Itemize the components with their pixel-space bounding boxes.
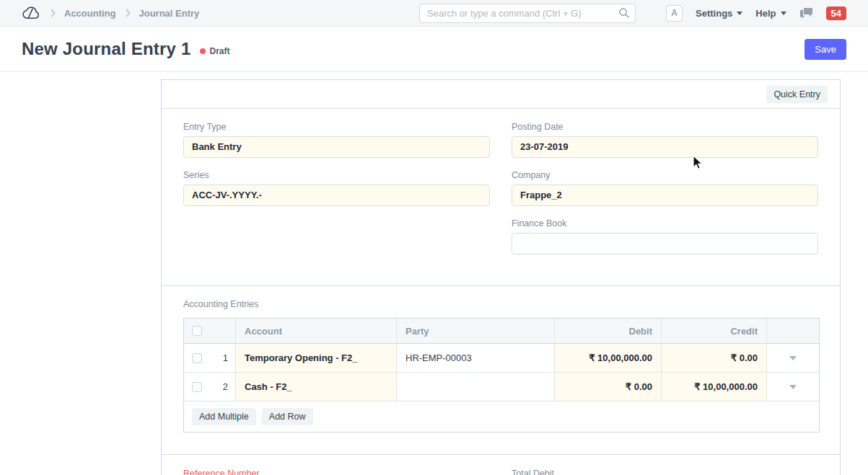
reference-number-label: Reference Number xyxy=(183,469,490,475)
column-header-debit[interactable]: Debit xyxy=(555,319,662,343)
posting-date-input[interactable]: 23-07-2019 xyxy=(512,136,818,158)
series-input[interactable]: ACC-JV-.YYYY.- xyxy=(183,185,490,206)
entry-type-label: Entry Type xyxy=(183,122,490,132)
entry-type-input[interactable]: Bank Entry xyxy=(183,136,490,158)
accounting-entries-section: Accounting Entries Account Party Debit C… xyxy=(162,286,840,455)
breadcrumb-accounting[interactable]: Accounting xyxy=(64,8,116,19)
draft-indicator-dot-icon xyxy=(200,48,206,54)
series-label: Series xyxy=(183,170,490,180)
account-cell[interactable]: Temporary Opening - F2_ xyxy=(236,344,397,372)
save-button[interactable]: Save xyxy=(805,39,846,60)
add-row-button[interactable]: Add Row xyxy=(262,408,313,425)
debit-cell[interactable]: ₹ 10,00,000.00 xyxy=(555,344,662,372)
search-icon[interactable] xyxy=(618,7,630,22)
column-header-credit[interactable]: Credit xyxy=(662,319,767,343)
table-row: 2 Cash - F2_ ₹ 0.00 ₹ 10,00,000.00 xyxy=(184,373,819,401)
help-label: Help xyxy=(755,8,776,19)
chat-icon[interactable] xyxy=(799,7,813,19)
help-menu[interactable]: Help xyxy=(755,8,786,19)
status-badge: Draft xyxy=(200,46,230,56)
posting-date-label: Posting Date xyxy=(512,122,818,132)
accounting-entries-table: Account Party Debit Credit 1 Temporary O… xyxy=(183,318,820,432)
accounting-entries-label: Accounting Entries xyxy=(183,299,818,309)
form-fields-section: Entry Type Bank Entry Posting Date 23-07… xyxy=(162,109,840,286)
main-area: Quick Entry Entry Type Bank Entry Postin… xyxy=(0,72,868,475)
row-checkbox[interactable] xyxy=(192,382,202,392)
row-actions-cell xyxy=(767,373,819,401)
settings-label: Settings xyxy=(696,8,732,19)
finance-book-field: Finance Book xyxy=(512,218,818,254)
column-header-party[interactable]: Party xyxy=(397,319,555,343)
finance-book-label: Finance Book xyxy=(512,218,818,228)
row-index[interactable]: 2 xyxy=(223,381,228,392)
credit-cell[interactable]: ₹ 10,00,000.00 xyxy=(662,373,767,401)
quick-entry-button[interactable]: Quick Entry xyxy=(766,86,828,103)
finance-book-input[interactable] xyxy=(512,233,818,254)
table-header-row: Account Party Debit Credit xyxy=(184,319,819,344)
frappe-cloud-logo-icon[interactable] xyxy=(22,6,41,20)
column-header-actions xyxy=(767,319,819,343)
debit-cell[interactable]: ₹ 0.00 xyxy=(555,373,662,401)
table-row: 1 Temporary Opening - F2_ HR-EMP-00003 ₹… xyxy=(184,344,819,373)
row-actions-cell xyxy=(767,344,819,372)
chevron-down-icon xyxy=(781,12,786,15)
credit-cell[interactable]: ₹ 0.00 xyxy=(662,344,767,372)
total-debit-label: Total Debit xyxy=(512,469,818,475)
navbar: Accounting Journal Entry A Settings Help xyxy=(0,0,868,27)
status-label: Draft xyxy=(210,46,230,56)
chevron-right-icon xyxy=(50,9,56,17)
search-input[interactable] xyxy=(419,4,636,23)
breadcrumb-journal-entry[interactable]: Journal Entry xyxy=(139,8,200,19)
chevron-down-icon xyxy=(737,12,742,15)
company-input[interactable]: Frappe_2 xyxy=(512,185,818,206)
avatar[interactable]: A xyxy=(666,5,683,22)
row-select-cell: 2 xyxy=(184,373,236,401)
row-dropdown-icon[interactable] xyxy=(789,356,797,360)
chevron-right-icon xyxy=(125,9,131,17)
row-checkbox[interactable] xyxy=(192,353,202,363)
header-select-cell xyxy=(184,319,236,343)
row-select-cell: 1 xyxy=(184,344,236,372)
company-label: Company xyxy=(512,170,818,180)
account-cell[interactable]: Cash - F2_ xyxy=(236,373,397,401)
party-cell[interactable]: HR-EMP-00003 xyxy=(397,344,555,372)
select-all-checkbox[interactable] xyxy=(192,326,202,336)
column-header-account[interactable]: Account xyxy=(236,319,397,343)
page-title: New Journal Entry 1 xyxy=(22,39,191,59)
journal-entry-form-card: Quick Entry Entry Type Bank Entry Postin… xyxy=(161,79,841,475)
party-cell[interactable] xyxy=(397,373,555,401)
row-index[interactable]: 1 xyxy=(223,352,228,363)
notification-count-badge[interactable]: 54 xyxy=(826,6,846,20)
row-dropdown-icon[interactable] xyxy=(789,385,797,389)
entry-type-field: Entry Type Bank Entry xyxy=(183,122,490,158)
company-field: Company Frappe_2 xyxy=(512,170,818,206)
breadcrumb: Accounting Journal Entry xyxy=(22,6,199,20)
add-multiple-button[interactable]: Add Multiple xyxy=(192,408,256,425)
page-header: New Journal Entry 1 Draft Save xyxy=(0,27,868,72)
posting-date-field: Posting Date 23-07-2019 xyxy=(512,122,818,158)
series-field: Series ACC-JV-.YYYY.- xyxy=(183,170,490,206)
table-footer: Add Multiple Add Row xyxy=(184,401,819,432)
reference-section: Reference Number Total Debit xyxy=(162,455,840,475)
form-toolbar-section: Quick Entry xyxy=(162,80,840,109)
settings-menu[interactable]: Settings xyxy=(696,8,742,19)
